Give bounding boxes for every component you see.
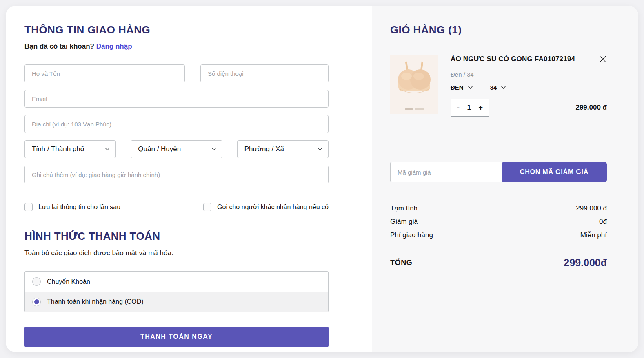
payment-option-cod[interactable]: Thanh toán khi nhận hàng (COD) <box>25 292 328 312</box>
product-image <box>390 55 438 114</box>
shipping-title: THÔNG TIN GIAO HÀNG <box>24 24 329 36</box>
divider <box>390 193 607 193</box>
payment-subtitle: Toàn bộ các giao dịch được bảo mật và mã… <box>24 249 329 257</box>
payment-title: HÌNH THỨC THANH TOÁN <box>24 230 329 243</box>
district-select[interactable]: Quận / Huyện <box>131 140 222 158</box>
summary-row-discount: Giảm giá 0đ <box>390 215 607 228</box>
summary-label: Phí giao hàng <box>390 228 433 242</box>
chevron-down-icon <box>501 86 506 89</box>
other-receiver-checkbox[interactable]: Gọi cho người khác nhận hàng nếu có <box>203 203 329 211</box>
chevron-down-icon <box>105 148 110 151</box>
product-info: ÁO NGỰC SU CÓ GỌNG FA01072194 Đen / 34 Đ… <box>451 55 607 117</box>
quantity-value: 1 <box>467 104 471 112</box>
summary-value: 0đ <box>599 215 607 228</box>
ward-select[interactable]: Phường / Xã <box>237 140 329 158</box>
product-name: ÁO NGỰC SU CÓ GỌNG FA01072194 <box>451 55 575 63</box>
email-input[interactable] <box>24 90 329 108</box>
variant-text: Đen / 34 <box>451 71 607 78</box>
account-prompt: Bạn đã có tài khoản? <box>24 42 94 50</box>
cart-panel: GIỎ HÀNG (1) ÁO <box>372 6 638 352</box>
choose-discount-button[interactable]: CHỌN MÃ GIẢM GIÁ <box>502 162 607 182</box>
total-row: TỔNG 299.000đ <box>390 257 607 269</box>
summary-row-subtotal: Tạm tính 299.000 đ <box>390 201 607 215</box>
checkbox-row: Lưu lại thông tin cho lần sau Gọi cho ng… <box>24 203 329 211</box>
summary-value: 299.000 đ <box>576 201 607 215</box>
color-select-value: ĐEN <box>451 84 464 91</box>
total-value: 299.000đ <box>564 257 607 269</box>
payment-option-label: Chuyển Khoản <box>47 278 90 285</box>
chevron-down-icon <box>211 148 216 151</box>
radio-icon <box>32 298 41 306</box>
district-select-label: Quận / Huyện <box>138 145 181 153</box>
checkbox-box-icon <box>203 203 211 211</box>
save-info-checkbox[interactable]: Lưu lại thông tin cho lần sau <box>24 203 120 211</box>
bra-product-illustration <box>390 55 438 114</box>
note-input[interactable] <box>24 166 329 183</box>
other-receiver-label: Gọi cho người khác nhận hàng nếu có <box>217 203 329 211</box>
summary-value: Miễn phí <box>580 228 607 242</box>
color-select[interactable]: ĐEN <box>451 84 473 91</box>
shipping-panel: THÔNG TIN GIAO HÀNG Bạn đã có tài khoản?… <box>6 6 372 352</box>
checkbox-box-icon <box>24 203 33 211</box>
payment-option-bank-transfer[interactable]: Chuyển Khoản <box>25 272 328 292</box>
chevron-down-icon <box>468 86 473 89</box>
province-select-label: Tỉnh / Thành phố <box>32 145 84 153</box>
pay-now-button[interactable]: THANH TOÁN NGAY <box>24 327 329 347</box>
size-select[interactable]: 34 <box>490 84 506 91</box>
phone-input[interactable] <box>200 64 329 82</box>
checkout-card: THÔNG TIN GIAO HÀNG Bạn đã có tài khoản?… <box>6 6 638 352</box>
remove-item-close-icon[interactable] <box>598 54 608 66</box>
discount-row: CHỌN MÃ GIẢM GIÁ <box>390 162 607 182</box>
payment-option-label: Thanh toán khi nhận hàng (COD) <box>47 298 144 305</box>
account-line: Bạn đã có tài khoản? Đăng nhập <box>24 42 329 51</box>
divider <box>390 247 607 247</box>
cart-title: GIỎ HÀNG (1) <box>390 24 607 36</box>
ward-select-label: Phường / Xã <box>244 145 284 153</box>
fullname-input[interactable] <box>24 64 185 82</box>
item-price: 299.000 đ <box>575 104 607 112</box>
summary-label: Giảm giá <box>390 215 418 228</box>
quantity-stepper: - 1 + <box>451 99 489 117</box>
save-info-label: Lưu lại thông tin cho lần sau <box>38 203 120 211</box>
order-summary: Tạm tính 299.000 đ Giảm giá 0đ Phí giao … <box>390 201 607 242</box>
quantity-decrease-button[interactable]: - <box>456 104 460 112</box>
payment-options: Chuyển Khoản Thanh toán khi nhận hàng (C… <box>24 271 329 312</box>
chevron-down-icon <box>318 148 322 151</box>
summary-label: Tạm tính <box>390 201 417 215</box>
login-link[interactable]: Đăng nhập <box>96 42 132 50</box>
cart-item: ÁO NGỰC SU CÓ GỌNG FA01072194 Đen / 34 Đ… <box>390 55 607 117</box>
address-input[interactable] <box>24 115 329 133</box>
discount-code-input[interactable] <box>390 162 502 182</box>
summary-row-shipping: Phí giao hàng Miễn phí <box>390 228 607 242</box>
radio-icon <box>32 277 41 286</box>
total-label: TỔNG <box>390 259 412 267</box>
province-select[interactable]: Tỉnh / Thành phố <box>24 140 116 158</box>
quantity-increase-button[interactable]: + <box>477 104 484 112</box>
size-select-value: 34 <box>490 84 497 91</box>
shipping-form: Tỉnh / Thành phố Quận / Huyện Phường / X… <box>24 64 329 183</box>
